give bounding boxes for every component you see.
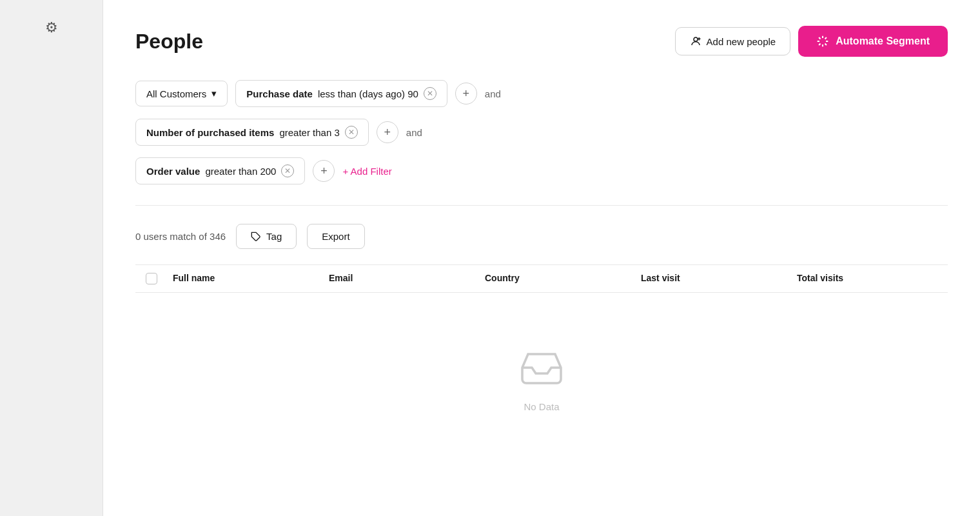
add-condition-1-button[interactable]: + xyxy=(455,83,477,104)
automate-segment-button[interactable]: Automate Segment xyxy=(798,26,948,57)
filter-row-2: Number of purchased items greater than 3… xyxy=(135,119,948,146)
select-all-cell xyxy=(135,273,168,284)
filter-pill-3[interactable]: Order value greater than 200 ✕ xyxy=(135,157,305,184)
add-people-button[interactable]: Add new people xyxy=(675,27,791,55)
tag-icon xyxy=(251,232,261,242)
col-country: Country xyxy=(480,273,636,284)
add-filter-button[interactable]: + Add Filter xyxy=(342,166,391,177)
filter-row-3: Order value greater than 200 ✕ + + Add F… xyxy=(135,157,948,184)
col-lastvisit: Last visit xyxy=(636,273,792,284)
header-row: People Add new people Automate Segment xyxy=(135,26,948,57)
segment-dropdown[interactable]: All Customers ▾ xyxy=(135,81,228,106)
col-fullname: Full name xyxy=(168,273,324,284)
sidebar: ⚙ xyxy=(0,0,103,516)
chevron-down-icon: ▾ xyxy=(211,88,217,99)
col-totalvisits: Total visits xyxy=(792,273,948,284)
empty-state: No Data xyxy=(135,293,948,464)
remove-filter-2-button[interactable]: ✕ xyxy=(345,126,358,139)
filter-area: All Customers ▾ Purchase date less than … xyxy=(135,80,948,184)
automate-icon xyxy=(816,35,829,48)
inbox-icon xyxy=(518,344,565,391)
export-button[interactable]: Export xyxy=(307,224,364,249)
page-title: People xyxy=(135,30,203,54)
remove-filter-1-button[interactable]: ✕ xyxy=(424,87,436,100)
filter-row-1: All Customers ▾ Purchase date less than … xyxy=(135,80,948,107)
table-header: Full name Email Country Last visit Total… xyxy=(135,264,948,293)
section-divider xyxy=(135,205,948,206)
results-summary: 0 users match of 346 xyxy=(135,231,226,242)
tag-button[interactable]: Tag xyxy=(236,224,297,249)
col-email: Email xyxy=(324,273,480,284)
filter-pill-2[interactable]: Number of purchased items greater than 3… xyxy=(135,119,369,146)
header-actions: Add new people Automate Segment xyxy=(675,26,948,57)
remove-filter-3-button[interactable]: ✕ xyxy=(281,164,294,177)
svg-point-0 xyxy=(694,37,698,41)
table: Full name Email Country Last visit Total… xyxy=(135,264,948,464)
results-row: 0 users match of 346 Tag Export xyxy=(135,224,948,249)
no-data-text: No Data xyxy=(524,401,559,412)
filter-pill-1[interactable]: Purchase date less than (days ago) 90 ✕ xyxy=(235,80,447,107)
main-content: People Add new people Automate Segment xyxy=(103,0,980,516)
gear-icon[interactable]: ⚙ xyxy=(45,19,58,36)
select-all-checkbox[interactable] xyxy=(146,273,157,284)
person-icon xyxy=(690,35,701,47)
add-condition-2-button[interactable]: + xyxy=(377,121,398,143)
add-condition-3-button[interactable]: + xyxy=(313,160,335,182)
